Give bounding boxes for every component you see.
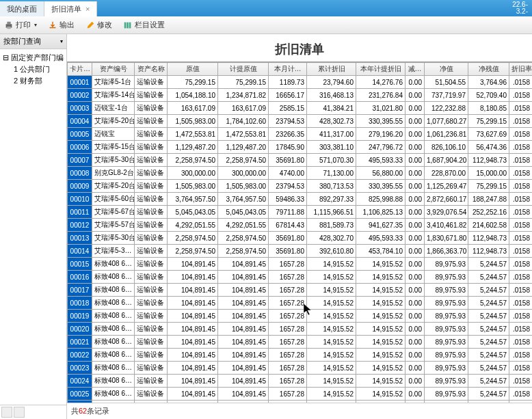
svg-rect-3	[124, 22, 127, 28]
cell: 标致408 6…	[92, 271, 135, 284]
sidebar-bottom	[0, 405, 66, 419]
table-row[interactable]: 00016标致408 6…运输设备104,891.45104,891.45165…	[68, 271, 533, 284]
cell: 300,000.00	[168, 167, 218, 180]
cell: 0.00	[405, 154, 425, 167]
table-row[interactable]: 00010艾瑞泽5-60台运输设备3,764,957.503,764,957.5…	[68, 193, 533, 206]
col-header[interactable]: 本月计…	[269, 63, 307, 76]
table-row[interactable]: 00014艾瑞泽5-3…运输设备2,258,974.502,258,974.50…	[68, 245, 533, 258]
cell: 0.00	[405, 180, 425, 193]
record-count: 共62条记录	[67, 403, 532, 419]
sidebar-header[interactable]: 按部门查询 ▾	[0, 34, 66, 49]
cell: 825,998.88	[356, 193, 405, 206]
cell: 8,180.85	[468, 102, 509, 115]
cell: 00015	[68, 258, 92, 271]
tree-child[interactable]: 2 财务部	[3, 75, 64, 87]
table-row[interactable]: 00008别克GL8-2台运输设备300,000.00300,000.00474…	[68, 167, 533, 180]
col-header[interactable]: 净值	[425, 63, 468, 76]
data-table: 卡片…资产编号资产名称原值计提原值本月计…累计折旧本年计提折旧减…净值净残值折旧…	[67, 62, 532, 403]
svg-rect-5	[129, 22, 131, 28]
dropdown-icon: ▾	[34, 22, 37, 28]
cell: 737,719.97	[425, 89, 468, 102]
table-row[interactable]: 00005迈锐宝运输设备1,472,553.811,472,553.812326…	[68, 128, 533, 141]
table-row[interactable]: 00004艾瑞泽5-20台运输设备1,505,983.001,784,102.6…	[68, 115, 533, 128]
cell: 艾瑞泽5-67台	[92, 206, 135, 219]
cell: 1,472,553.81	[168, 128, 218, 141]
cell: 0.00	[405, 336, 425, 349]
col-header[interactable]: 本年计提折旧	[356, 63, 405, 76]
table-row[interactable]: 00021标致408 6…运输设备104,891.45104,891.45165…	[68, 336, 533, 349]
table-row[interactable]: 00012艾瑞泽5-57台运输设备4,292,051.554,292,051.5…	[68, 219, 533, 232]
cell: 104,891.45	[218, 258, 269, 271]
cell: 00003	[68, 102, 92, 115]
tab-desktop[interactable]: 我的桌面	[0, 1, 44, 16]
cell: .0158	[509, 128, 533, 141]
table-row[interactable]: 00018标致408 6…运输设备104,891.45104,891.45165…	[68, 297, 533, 310]
table-row[interactable]: 00015标致408 6…运输设备104,891.45104,891.45165…	[68, 258, 533, 271]
columns-button[interactable]: 栏目设置	[123, 20, 165, 30]
table-row[interactable]: 00002艾瑞泽5-14台运输设备1,054,188.101,234,871.8…	[68, 89, 533, 102]
print-button[interactable]: 打印▾	[4, 20, 37, 30]
cell: 0.00	[405, 206, 425, 219]
table-row[interactable]: 00007艾瑞泽5-30台运输设备2,258,974.502,258,974.5…	[68, 154, 533, 167]
tree-root[interactable]: ⊟ 固定资产部门编码目录	[3, 52, 64, 64]
table-row[interactable]: 00023标致408 6…运输设备104,891.45104,891.45165…	[68, 362, 533, 375]
cell: 279,196.20	[356, 128, 405, 141]
col-header[interactable]: 计提原值	[218, 63, 269, 76]
page-title: 折旧清单	[67, 34, 532, 62]
col-header[interactable]: 资产编号	[92, 63, 135, 76]
table-row[interactable]: 00025标致408 6…运输设备104,891.45104,891.45165…	[68, 388, 533, 401]
sb-button[interactable]	[1, 407, 12, 418]
table-row[interactable]: 00006艾瑞泽5-15台运输设备1,129,487.201,129,487.2…	[68, 141, 533, 154]
col-header[interactable]: 减…	[405, 63, 425, 76]
edit-button[interactable]: 修改	[85, 20, 112, 30]
table-row[interactable]: 00020标致408 6…运输设备104,891.45104,891.45165…	[68, 323, 533, 336]
table-row[interactable]: 00019标致408 6…运输设备104,891.45104,891.45165…	[68, 310, 533, 323]
cell: 104,891.45	[168, 375, 218, 388]
table-row[interactable]: 00003迈锐宝-1台运输设备163,617.09163,617.092585.…	[68, 102, 533, 115]
table-row[interactable]: 00001艾瑞泽5-1台运输设备75,299.1575,299.151189.7…	[68, 76, 533, 89]
table-row[interactable]: 00017标致408 6…运输设备104,891.45104,891.45165…	[68, 284, 533, 297]
cell: 23266.35	[269, 128, 307, 141]
cell: 104,891.45	[218, 297, 269, 310]
cell: 00020	[68, 323, 92, 336]
cell: 4,292,051.55	[168, 219, 218, 232]
table-row[interactable]: 00013艾瑞泽5-30台运输设备2,258,974.502,258,974.5…	[68, 232, 533, 245]
table-row[interactable]: 00024标致408 6…运输设备104,891.45104,891.45165…	[68, 375, 533, 388]
cell: 380,713.53	[307, 180, 356, 193]
button-label: 修改	[97, 20, 112, 30]
close-icon[interactable]: ×	[85, 5, 90, 13]
col-header[interactable]: 累计折旧	[307, 63, 356, 76]
table-row[interactable]: 00011艾瑞泽5-67台运输设备5,045,043.055,045,043.0…	[68, 206, 533, 219]
cell: 5,244.57	[468, 349, 509, 362]
col-header[interactable]: 净残值	[468, 63, 509, 76]
table-row[interactable]: 00022标致408 6…运输设备104,891.45104,891.45165…	[68, 349, 533, 362]
cell: 104,891.45	[218, 349, 269, 362]
sb-button[interactable]	[14, 407, 25, 418]
cell: 14,915.52	[307, 349, 356, 362]
cell: 0.00	[405, 141, 425, 154]
grid[interactable]: 卡片…资产编号资产名称原值计提原值本月计…累计折旧本年计提折旧减…净值净残值折旧…	[67, 62, 532, 403]
cell: 51,504.55	[425, 76, 468, 89]
cell: 1,505,983.00	[168, 115, 218, 128]
tree-label: 2 财务部	[14, 77, 42, 85]
cell: 112,948.73	[468, 245, 509, 258]
col-header[interactable]: 原值	[168, 63, 218, 76]
col-header[interactable]: 折旧率 单…	[509, 63, 533, 76]
cell: .0158	[509, 336, 533, 349]
dropdown-icon[interactable]: ▾	[60, 38, 63, 44]
col-header[interactable]: 卡片…	[68, 63, 92, 76]
cell: 1,784,102.60	[218, 115, 269, 128]
footer-text: 条记录	[87, 407, 109, 415]
col-header[interactable]: 资产名称	[135, 63, 168, 76]
tree-child[interactable]: 1 公共部门	[3, 64, 64, 75]
export-button[interactable]: 输出	[48, 20, 75, 30]
stat-line: 3.2-	[512, 8, 528, 15]
cell: 运输设备	[135, 297, 168, 310]
cell: 1657.28	[269, 362, 307, 375]
cell: 89,975.93	[425, 349, 468, 362]
cell: 艾瑞泽5-20台	[92, 180, 135, 193]
cell: 运输设备	[135, 154, 168, 167]
table-row[interactable]: 00009艾瑞泽5-20台运输设备1,505,983.001,505,983.0…	[68, 180, 533, 193]
tab-depreciation[interactable]: 折旧清单×	[44, 1, 97, 16]
cell: .0158	[509, 219, 533, 232]
